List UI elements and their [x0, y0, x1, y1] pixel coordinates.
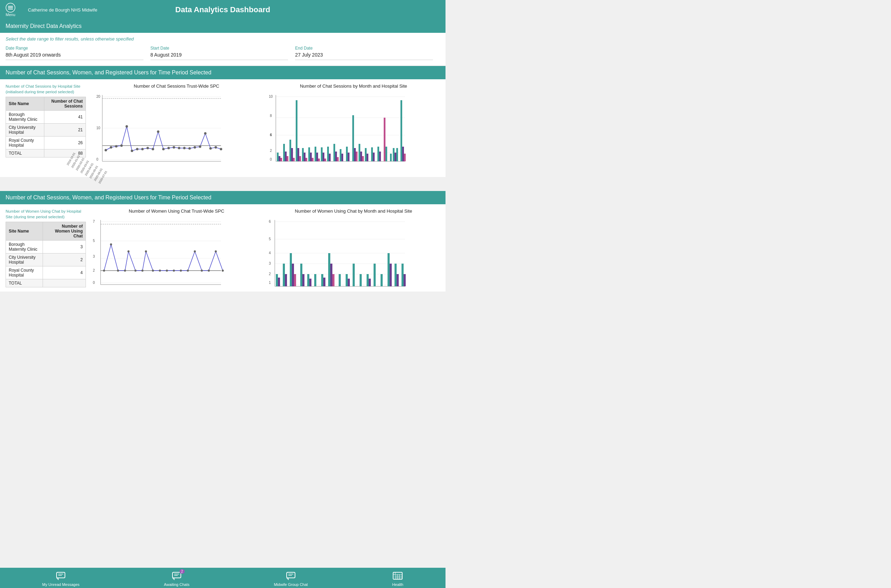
- svg-rect-188: [402, 264, 404, 286]
- svg-point-137: [180, 270, 182, 272]
- svg-rect-58: [279, 156, 280, 161]
- svg-point-16: [115, 145, 118, 148]
- svg-point-132: [145, 250, 147, 252]
- svg-text:0: 0: [270, 158, 272, 161]
- svg-rect-83: [333, 144, 335, 161]
- menu-button[interactable]: Menu: [6, 3, 15, 17]
- svg-point-128: [124, 270, 126, 272]
- start-date-field[interactable]: Start Date 8 August 2019: [150, 46, 296, 60]
- svg-point-19: [131, 150, 134, 152]
- site-cell: City University Hospital: [6, 124, 44, 136]
- svg-text:6: 6: [269, 220, 271, 224]
- svg-rect-87: [342, 154, 343, 161]
- count-cell-w: [43, 279, 86, 287]
- women-sessions-table: Site Name Number of Women Using Chat Bor…: [6, 222, 86, 287]
- svg-point-139: [194, 250, 196, 252]
- svg-rect-86: [340, 149, 342, 161]
- col-site-name-w: Site Name: [6, 222, 43, 241]
- svg-rect-99: [373, 153, 375, 161]
- svg-rect-165: [300, 264, 302, 286]
- svg-point-21: [141, 148, 144, 150]
- svg-rect-189: [404, 274, 406, 286]
- svg-rect-74: [312, 158, 314, 161]
- svg-rect-170: [321, 274, 323, 286]
- count-cell-w: 2: [43, 254, 86, 266]
- svg-rect-177: [348, 279, 350, 286]
- women-analytics-section: Number of Women Using Chat by Hospital S…: [0, 204, 446, 291]
- svg-point-31: [194, 146, 196, 149]
- svg-rect-183: [381, 274, 382, 286]
- svg-rect-98: [371, 147, 373, 161]
- svg-point-35: [215, 146, 217, 149]
- svg-rect-82: [329, 154, 331, 161]
- svg-rect-63: [290, 140, 291, 161]
- date-range-value: 8th August 2019 onwards: [6, 52, 144, 60]
- svg-rect-182: [374, 264, 376, 286]
- site-cell-w: City University Hospital: [6, 254, 43, 266]
- svg-rect-60: [283, 144, 285, 161]
- svg-rect-166: [302, 274, 304, 286]
- women-bar-title: Number of Women Using Chat by Month and …: [267, 208, 440, 214]
- svg-point-136: [173, 270, 175, 272]
- svg-text:3: 3: [93, 255, 95, 258]
- svg-point-142: [215, 250, 217, 252]
- svg-rect-69: [302, 148, 304, 161]
- svg-text:1: 1: [269, 281, 271, 285]
- date-range-field[interactable]: Date Range 8th August 2019 onwards: [6, 46, 150, 60]
- svg-rect-180: [367, 274, 369, 286]
- spc-chart-svg: 20 10 0: [90, 92, 223, 172]
- end-date-label: End Date: [295, 46, 433, 51]
- svg-rect-70: [304, 153, 306, 161]
- svg-rect-88: [346, 147, 348, 161]
- svg-rect-105: [393, 148, 394, 161]
- svg-text:2: 2: [93, 268, 95, 272]
- table-row: City University Hospital21: [6, 124, 86, 136]
- svg-point-32: [199, 146, 201, 148]
- count-cell: 41: [44, 111, 86, 124]
- svg-rect-67: [297, 148, 299, 161]
- spc-chart-title: Number of Chat Sessions Trust-Wide SPC: [90, 84, 263, 89]
- svg-rect-103: [386, 147, 387, 161]
- start-date-value: 8 August 2019: [150, 52, 288, 60]
- col-site-name: Site Name: [6, 97, 44, 111]
- svg-point-131: [141, 270, 144, 272]
- svg-point-130: [134, 270, 136, 272]
- date-hint: Select the date range to filter results,…: [6, 36, 440, 42]
- svg-point-25: [162, 148, 165, 150]
- svg-rect-89: [348, 153, 350, 161]
- svg-rect-2: [8, 8, 13, 8]
- svg-point-33: [204, 132, 207, 135]
- svg-point-22: [147, 147, 149, 150]
- svg-rect-84: [335, 152, 337, 161]
- svg-rect-77: [318, 159, 320, 161]
- svg-rect-90: [352, 115, 354, 161]
- svg-rect-65: [293, 158, 295, 161]
- end-date-field[interactable]: End Date 27 July 2023: [295, 46, 440, 60]
- svg-point-15: [110, 146, 112, 149]
- svg-rect-173: [330, 264, 332, 286]
- svg-rect-171: [323, 278, 326, 286]
- svg-point-28: [178, 147, 180, 150]
- svg-point-141: [208, 270, 210, 272]
- svg-rect-174: [332, 274, 334, 286]
- women-spc-container: Number of Women Using Chat Trust-Wide SP…: [90, 208, 263, 287]
- svg-text:20: 20: [96, 94, 100, 99]
- svg-rect-172: [328, 253, 330, 286]
- svg-text:8: 8: [270, 114, 272, 118]
- svg-point-20: [136, 148, 139, 150]
- bar-chart-title: Number of Chat Sessions by Month and Hos…: [267, 84, 440, 89]
- svg-point-126: [110, 243, 112, 246]
- svg-point-24: [157, 130, 159, 133]
- svg-point-36: [220, 148, 222, 150]
- svg-point-18: [126, 125, 128, 128]
- svg-rect-186: [394, 264, 397, 286]
- svg-rect-161: [285, 274, 287, 286]
- svg-point-29: [183, 147, 186, 150]
- svg-text:2: 2: [269, 272, 271, 276]
- svg-text:7: 7: [93, 220, 95, 224]
- women-bar-svg: 6 5 4 3 2 1: [267, 216, 407, 286]
- svg-rect-93: [358, 144, 360, 161]
- svg-text:5: 5: [93, 239, 95, 243]
- chat-table-container: Number of Chat Sessions by Hospital Site…: [6, 84, 86, 158]
- svg-point-14: [105, 149, 107, 152]
